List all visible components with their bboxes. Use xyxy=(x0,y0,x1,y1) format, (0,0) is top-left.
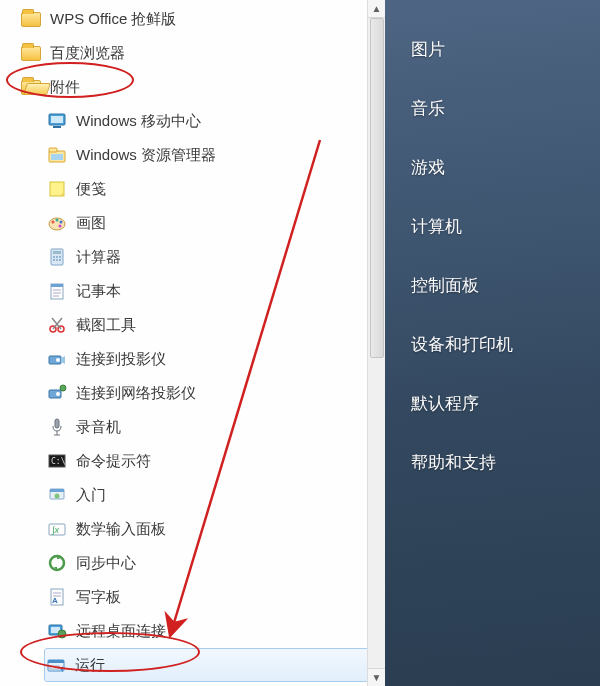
label: 运行 xyxy=(75,656,105,675)
remote-icon xyxy=(46,620,68,642)
label: 百度浏览器 xyxy=(50,44,125,63)
label: 写字板 xyxy=(76,588,121,607)
snip-icon xyxy=(46,314,68,336)
notepad-icon xyxy=(46,280,68,302)
calc-icon xyxy=(46,246,68,268)
folder-icon xyxy=(20,42,42,64)
folder-open-icon xyxy=(20,76,42,98)
right-item-controlpanel[interactable]: 控制面板 xyxy=(385,256,600,315)
program-item-notepad[interactable]: 记事本 xyxy=(0,274,385,308)
label: 命令提示符 xyxy=(76,452,151,471)
program-item-cmd[interactable]: C:\命令提示符 xyxy=(0,444,385,478)
program-item-wps[interactable]: WPS Office 抢鲜版 xyxy=(0,2,385,36)
program-item-mic[interactable]: 录音机 xyxy=(0,410,385,444)
right-item-devices[interactable]: 设备和打印机 xyxy=(385,315,600,374)
svg-text:∫x: ∫x xyxy=(51,525,59,535)
svg-point-15 xyxy=(56,256,58,258)
cmd-icon: C:\ xyxy=(46,450,68,472)
svg-point-18 xyxy=(56,259,58,261)
right-item-defaultprogs[interactable]: 默认程序 xyxy=(385,374,600,433)
svg-rect-34 xyxy=(55,419,59,428)
scroll-up-icon[interactable]: ▲ xyxy=(368,0,385,18)
label: 远程桌面连接 xyxy=(76,622,166,641)
svg-point-32 xyxy=(56,392,60,396)
right-panel: 图片 音乐 游戏 计算机 控制面板 设备和打印机 默认程序 帮助和支持 xyxy=(385,0,600,686)
svg-line-28 xyxy=(52,318,61,329)
scrollbar[interactable]: ▲ ▼ xyxy=(367,0,385,686)
program-item-getstarted[interactable]: 入门 xyxy=(0,478,385,512)
program-item-sync[interactable]: 同步中心 xyxy=(0,546,385,580)
svg-point-16 xyxy=(59,256,61,258)
svg-rect-53 xyxy=(48,660,64,663)
svg-point-17 xyxy=(53,259,55,261)
svg-rect-2 xyxy=(53,126,61,128)
sticky-icon xyxy=(46,178,68,200)
label: 录音机 xyxy=(76,418,121,437)
svg-point-33 xyxy=(60,385,66,391)
svg-point-11 xyxy=(59,225,62,228)
svg-rect-54 xyxy=(50,666,59,669)
svg-rect-4 xyxy=(49,148,57,152)
label: 入门 xyxy=(76,486,106,505)
label: 截图工具 xyxy=(76,316,136,335)
right-item-music[interactable]: 音乐 xyxy=(385,79,600,138)
sync-icon xyxy=(46,552,68,574)
program-item-paint[interactable]: 画图 xyxy=(0,206,385,240)
scrollbar-thumb[interactable] xyxy=(370,18,384,358)
right-item-help[interactable]: 帮助和支持 xyxy=(385,433,600,492)
svg-text:A: A xyxy=(52,596,58,605)
mic-icon xyxy=(46,416,68,438)
svg-point-19 xyxy=(59,259,61,261)
svg-rect-5 xyxy=(51,154,63,160)
right-item-games[interactable]: 游戏 xyxy=(385,138,600,197)
svg-point-30 xyxy=(56,358,60,362)
svg-rect-21 xyxy=(51,284,63,287)
svg-rect-1 xyxy=(51,116,63,123)
projector-icon xyxy=(46,348,68,370)
program-item-netproj[interactable]: 连接到网络投影仪 xyxy=(0,376,385,410)
program-item-math[interactable]: ∫x数学输入面板 xyxy=(0,512,385,546)
math-icon: ∫x xyxy=(46,518,68,540)
svg-point-10 xyxy=(60,221,63,224)
wordpad-icon: A xyxy=(46,586,68,608)
explorer-icon xyxy=(46,144,68,166)
program-item-tabletpc[interactable]: Tablet PC xyxy=(0,682,385,686)
program-item-mobility[interactable]: Windows 移动中心 xyxy=(0,104,385,138)
getstarted-icon xyxy=(46,484,68,506)
label: 连接到投影仪 xyxy=(76,350,166,369)
svg-line-27 xyxy=(53,318,62,329)
paint-icon xyxy=(46,212,68,234)
label: Windows 移动中心 xyxy=(76,112,201,131)
mobility-icon xyxy=(46,110,68,132)
program-item-remote[interactable]: 远程桌面连接 xyxy=(0,614,385,648)
svg-rect-40 xyxy=(50,489,64,492)
program-item-wordpad[interactable]: A写字板 xyxy=(0,580,385,614)
netproj-icon xyxy=(46,382,68,404)
right-item-computer[interactable]: 计算机 xyxy=(385,197,600,256)
svg-point-51 xyxy=(58,630,66,638)
program-item-run[interactable]: 运行 xyxy=(44,648,379,682)
label: 便笺 xyxy=(76,180,106,199)
right-item-pictures[interactable]: 图片 xyxy=(385,20,600,79)
program-item-snip[interactable]: 截图工具 xyxy=(0,308,385,342)
svg-point-9 xyxy=(56,219,59,222)
program-item-explorer[interactable]: Windows 资源管理器 xyxy=(0,138,385,172)
label: 连接到网络投影仪 xyxy=(76,384,196,403)
scroll-down-icon[interactable]: ▼ xyxy=(368,668,385,686)
program-item-baidu[interactable]: 百度浏览器 xyxy=(0,36,385,70)
folder-icon xyxy=(20,8,42,30)
label: 数学输入面板 xyxy=(76,520,166,539)
program-item-accessories[interactable]: 附件 xyxy=(0,70,385,104)
run-icon xyxy=(45,654,67,676)
svg-text:C:\: C:\ xyxy=(51,457,66,466)
label: 计算器 xyxy=(76,248,121,267)
svg-point-14 xyxy=(53,256,55,258)
svg-rect-6 xyxy=(50,182,64,196)
svg-rect-13 xyxy=(53,251,61,254)
program-item-calc[interactable]: 计算器 xyxy=(0,240,385,274)
label: 附件 xyxy=(50,78,80,97)
label: 记事本 xyxy=(76,282,121,301)
label: Windows 资源管理器 xyxy=(76,146,216,165)
program-item-projector[interactable]: 连接到投影仪 xyxy=(0,342,385,376)
program-item-sticky[interactable]: 便笺 xyxy=(0,172,385,206)
